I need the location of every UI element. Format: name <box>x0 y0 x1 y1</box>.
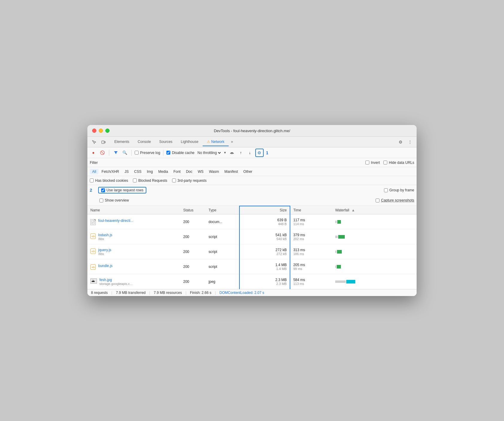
invert-checkbox[interactable] <box>365 161 369 164</box>
show-overview-label[interactable]: Show overview <box>99 198 129 202</box>
col-type[interactable]: Type <box>206 206 239 214</box>
network-toolbar: ● 🚫 🔍 Preserve log Disable cache No thro… <box>87 147 417 158</box>
waterfall-recv <box>337 250 342 254</box>
clear-btn[interactable]: 🚫 <box>99 149 106 156</box>
tab-network[interactable]: ⚠Network <box>203 138 229 146</box>
settings-rows: 2 Use large request rows Group by frame <box>87 185 417 206</box>
search-icon-btn[interactable]: 🔍 <box>121 149 128 156</box>
hide-data-urls-label[interactable]: Hide data URLs <box>383 161 414 165</box>
type-btn-media[interactable]: Media <box>156 169 171 174</box>
sort-arrow-icon: ▲ <box>351 208 355 212</box>
resources-size: 7.9 MB resources <box>154 291 182 295</box>
cursor-icon-btn[interactable] <box>90 138 98 146</box>
network-table: Name Status Type Size Time Waterfall ▲ <box>87 206 417 289</box>
maximize-button[interactable] <box>105 129 110 133</box>
capture-screenshots-label[interactable]: Capture screenshots <box>376 198 414 202</box>
type-btn-fetch[interactable]: Fetch/XHR <box>99 169 122 174</box>
throttle-select[interactable]: No throttling <box>196 150 222 155</box>
import-btn[interactable]: ↑ <box>237 149 245 156</box>
hide-data-urls-checkbox[interactable] <box>383 161 387 164</box>
disable-cache-label[interactable]: Disable cache <box>166 151 194 155</box>
tab-console[interactable]: Console <box>133 138 155 146</box>
table-row[interactable]: foul-heavenly-directi... 200 docum... 63… <box>87 214 417 229</box>
minimize-button[interactable] <box>99 129 103 133</box>
type-btn-wasm[interactable]: Wasm <box>207 169 221 174</box>
toolbar-sep-1 <box>109 150 109 156</box>
export-btn[interactable]: ↓ <box>246 149 253 156</box>
group-by-frame-checkbox[interactable] <box>384 188 388 192</box>
type-btn-font[interactable]: Font <box>171 169 183 174</box>
table-row[interactable]: </> jquery.js /libs 200 script 272 kB <box>87 244 417 259</box>
tab-more[interactable]: » <box>229 138 236 146</box>
cell-size-2: 272 kB 272 kB <box>239 244 290 259</box>
cell-waterfall-1 <box>332 229 417 244</box>
table-row[interactable]: fesh.jpg storage.googleapis.c... 200 jpe… <box>87 274 417 289</box>
type-btn-manifest[interactable]: Manifest <box>222 169 240 174</box>
group-by-frame-label[interactable]: Group by frame <box>384 188 414 192</box>
col-status[interactable]: Status <box>180 206 206 214</box>
device-icon-btn[interactable] <box>99 138 108 146</box>
tab-bar: Elements Console Sources Lighthouse ⚠Net… <box>87 137 417 147</box>
type-btn-all[interactable]: All <box>90 169 98 174</box>
table-row[interactable]: </> bundle.js 200 script 1.4 MB <box>87 259 417 274</box>
record-btn[interactable]: ● <box>90 149 97 156</box>
type-btn-other[interactable]: Other <box>241 169 255 174</box>
cell-size-0: 639 B 448 B <box>239 214 290 229</box>
filter-icon-btn[interactable] <box>112 149 119 156</box>
use-large-rows-checkbox[interactable] <box>101 188 105 192</box>
tab-lighthouse[interactable]: Lighthouse <box>177 138 203 146</box>
status-bar: 8 requests | 7.9 MB transferred | 7.9 MB… <box>87 289 417 296</box>
type-btn-ws[interactable]: WS <box>195 169 206 174</box>
blocked-requests-label[interactable]: Blocked Requests <box>133 179 167 183</box>
cell-status-4: 200 <box>180 274 206 289</box>
tab-sources[interactable]: Sources <box>155 138 177 146</box>
more-options-icon-btn[interactable]: ⋮ <box>406 138 414 146</box>
cell-name-3: </> bundle.js <box>87 259 180 274</box>
cell-type-4: jpeg <box>206 274 239 289</box>
preserve-log-checkbox[interactable] <box>135 151 139 155</box>
cell-type-0: docum... <box>206 214 239 229</box>
has-blocked-cookies-label[interactable]: Has blocked cookies <box>90 179 128 183</box>
settings-row-right-2: Capture screenshots <box>376 198 414 202</box>
cell-waterfall-3 <box>332 259 417 274</box>
network-settings-btn[interactable]: ⚙ <box>255 149 264 157</box>
type-btn-js[interactable]: JS <box>122 169 131 174</box>
capture-screenshots-checkbox[interactable] <box>376 199 379 202</box>
third-party-label[interactable]: 3rd-party requests <box>172 179 207 183</box>
has-blocked-cookies-checkbox[interactable] <box>90 179 94 182</box>
waterfall-recv <box>337 265 341 269</box>
col-size[interactable]: Size <box>239 206 290 214</box>
waterfall-wait <box>335 236 338 238</box>
preserve-log-label[interactable]: Preserve log <box>135 151 160 155</box>
show-overview-checkbox[interactable] <box>99 199 103 202</box>
waterfall-recv <box>337 220 341 224</box>
table-row[interactable]: </> lodash.js /libs 200 script 541 kB <box>87 229 417 244</box>
col-time[interactable]: Time <box>290 206 332 214</box>
type-btn-css[interactable]: CSS <box>132 169 144 174</box>
invert-label[interactable]: Invert <box>365 161 380 165</box>
network-conditions-btn[interactable] <box>228 149 236 156</box>
settings-icon-btn[interactable]: ⚙ <box>396 138 405 146</box>
waterfall-bar-4 <box>335 280 355 283</box>
type-btn-img[interactable]: Img <box>145 169 155 174</box>
blocked-requests-checkbox[interactable] <box>133 179 137 182</box>
waterfall-bar-1 <box>335 235 345 239</box>
row-name-2: </> jquery.js /libs <box>90 248 177 256</box>
script-icon-3: </> <box>90 264 96 270</box>
name-text-3: bundle.js <box>98 264 113 268</box>
cell-status-2: 200 <box>180 244 206 259</box>
cell-size-1: 541 kB 540 kB <box>239 229 290 244</box>
disable-cache-checkbox[interactable] <box>166 151 170 155</box>
waterfall-recv <box>346 280 355 283</box>
col-waterfall[interactable]: Waterfall ▲ <box>332 206 417 214</box>
type-btn-doc[interactable]: Doc <box>183 169 195 174</box>
col-name[interactable]: Name <box>87 206 180 214</box>
image-icon <box>90 278 97 284</box>
third-party-checkbox[interactable] <box>172 179 176 182</box>
tab-icon-group <box>90 138 108 146</box>
close-button[interactable] <box>92 129 96 133</box>
transferred-size: 7.9 MB transferred <box>116 291 145 295</box>
tab-elements[interactable]: Elements <box>110 138 133 146</box>
name-text-4: fesh.jpg storage.googleapis.c... <box>99 278 133 286</box>
use-large-rows-label[interactable]: Use large request rows <box>101 188 143 192</box>
